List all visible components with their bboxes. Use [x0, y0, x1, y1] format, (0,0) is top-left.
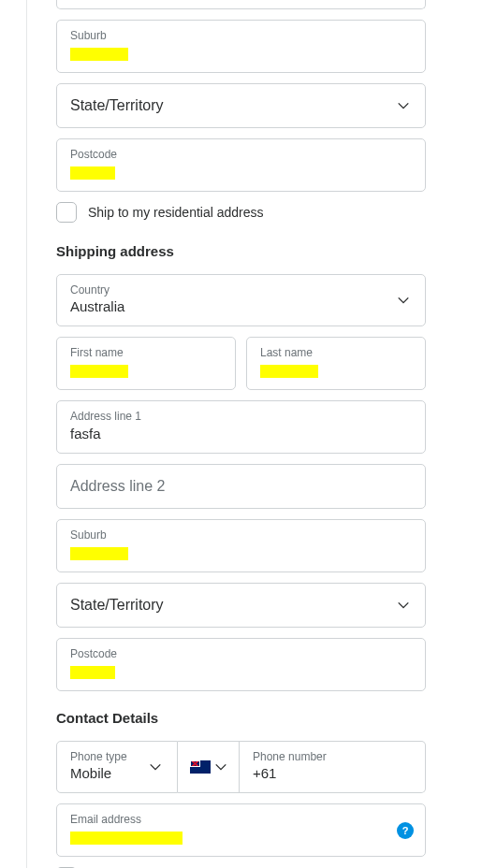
shipping-postcode-field[interactable]: Postcode	[56, 638, 426, 691]
shipping-state-label: State/Territory	[70, 597, 164, 613]
shipping-last-name-label: Last name	[260, 345, 412, 361]
ship-to-residential-row: Ship to my residential address	[56, 202, 426, 223]
shipping-address-1-field[interactable]: Address line 1 fasfa	[56, 400, 426, 454]
shipping-suburb-label: Suburb	[70, 528, 412, 543]
checkout-form: Suburb State/Territory Postcode Ship to …	[0, 0, 482, 868]
shipping-first-name-field[interactable]: First name	[56, 337, 236, 390]
billing-suburb-label: Suburb	[70, 28, 412, 44]
billing-state-select[interactable]: State/Territory	[56, 83, 426, 128]
address-line-2-field-cropped[interactable]	[56, 0, 426, 9]
shipping-first-name-value	[70, 361, 222, 380]
shipping-suburb-value	[70, 543, 412, 562]
shipping-address-1-label: Address line 1	[70, 409, 412, 425]
billing-postcode-label: Postcode	[70, 147, 412, 163]
shipping-address-heading: Shipping address	[56, 243, 426, 259]
ship-to-residential-label: Ship to my residential address	[88, 205, 264, 220]
ship-to-residential-checkbox[interactable]	[56, 202, 77, 223]
phone-number-field[interactable]: Phone number +61	[240, 741, 426, 794]
phone-number-label: Phone number	[253, 749, 412, 765]
shipping-country-label: Country	[70, 282, 384, 298]
shipping-last-name-value	[260, 361, 412, 380]
chevron-down-icon	[397, 99, 410, 112]
billing-suburb-field[interactable]: Suburb	[56, 20, 426, 73]
phone-number-value: +61	[253, 764, 412, 783]
billing-suburb-value	[70, 44, 412, 63]
shipping-postcode-label: Postcode	[70, 646, 412, 662]
shipping-address-1-value: fasfa	[70, 425, 412, 443]
chevron-down-icon	[397, 599, 410, 612]
shipping-country-select[interactable]: Country Australia	[56, 274, 426, 327]
vertical-divider	[26, 0, 27, 868]
shipping-suburb-field[interactable]: Suburb	[56, 519, 426, 572]
help-icon[interactable]: ?	[397, 822, 414, 839]
chevron-down-icon	[214, 760, 227, 774]
email-value	[70, 828, 412, 846]
chevron-down-icon	[397, 294, 410, 307]
shipping-first-name-label: First name	[70, 345, 222, 361]
contact-details-heading: Contact Details	[56, 710, 426, 726]
shipping-address-2-field[interactable]: Address line 2	[56, 464, 426, 509]
flag-au-icon	[190, 760, 211, 774]
email-label: Email address	[70, 812, 412, 828]
phone-country-select[interactable]	[178, 741, 240, 794]
billing-postcode-value	[70, 163, 412, 181]
phone-type-select[interactable]: Phone type Mobile	[56, 741, 178, 794]
shipping-address-2-placeholder: Address line 2	[70, 478, 165, 494]
shipping-postcode-value	[70, 662, 412, 681]
phone-type-label: Phone type	[70, 749, 139, 765]
phone-type-value: Mobile	[70, 764, 139, 783]
email-field[interactable]: Email address ?	[56, 803, 426, 857]
shipping-country-value: Australia	[70, 297, 384, 316]
shipping-state-select[interactable]: State/Territory	[56, 583, 426, 628]
chevron-down-icon	[149, 760, 162, 774]
billing-postcode-field[interactable]: Postcode	[56, 138, 426, 192]
shipping-last-name-field[interactable]: Last name	[246, 337, 426, 390]
billing-state-label: State/Territory	[70, 97, 164, 113]
phone-row: Phone type Mobile Phone number +61	[56, 741, 426, 794]
